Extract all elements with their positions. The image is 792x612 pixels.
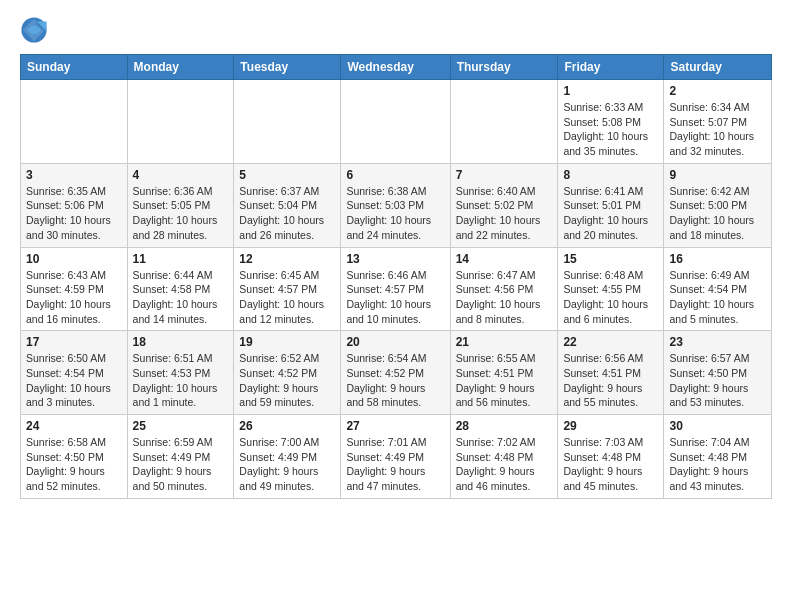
cell-info: Sunrise: 7:00 AM Sunset: 4:49 PM Dayligh… (239, 435, 335, 494)
cell-info: Sunrise: 6:49 AM Sunset: 4:54 PM Dayligh… (669, 268, 766, 327)
cell-day-number: 28 (456, 419, 553, 433)
cell-day-number: 12 (239, 252, 335, 266)
calendar-cell (234, 80, 341, 164)
cell-info: Sunrise: 6:37 AM Sunset: 5:04 PM Dayligh… (239, 184, 335, 243)
cell-info: Sunrise: 7:01 AM Sunset: 4:49 PM Dayligh… (346, 435, 444, 494)
calendar: SundayMondayTuesdayWednesdayThursdayFrid… (20, 54, 772, 499)
cell-day-number: 26 (239, 419, 335, 433)
cell-info: Sunrise: 7:03 AM Sunset: 4:48 PM Dayligh… (563, 435, 658, 494)
calendar-cell (21, 80, 128, 164)
cell-info: Sunrise: 6:54 AM Sunset: 4:52 PM Dayligh… (346, 351, 444, 410)
cell-day-number: 8 (563, 168, 658, 182)
calendar-cell: 17Sunrise: 6:50 AM Sunset: 4:54 PM Dayli… (21, 331, 128, 415)
logo (20, 16, 52, 44)
cell-day-number: 17 (26, 335, 122, 349)
calendar-cell: 7Sunrise: 6:40 AM Sunset: 5:02 PM Daylig… (450, 163, 558, 247)
calendar-cell: 15Sunrise: 6:48 AM Sunset: 4:55 PM Dayli… (558, 247, 664, 331)
cell-day-number: 6 (346, 168, 444, 182)
cell-day-number: 14 (456, 252, 553, 266)
cell-info: Sunrise: 6:44 AM Sunset: 4:58 PM Dayligh… (133, 268, 229, 327)
cell-day-number: 4 (133, 168, 229, 182)
day-header-saturday: Saturday (664, 55, 772, 80)
calendar-header-row: SundayMondayTuesdayWednesdayThursdayFrid… (21, 55, 772, 80)
cell-info: Sunrise: 6:48 AM Sunset: 4:55 PM Dayligh… (563, 268, 658, 327)
cell-info: Sunrise: 6:41 AM Sunset: 5:01 PM Dayligh… (563, 184, 658, 243)
calendar-week-row: 1Sunrise: 6:33 AM Sunset: 5:08 PM Daylig… (21, 80, 772, 164)
cell-info: Sunrise: 6:35 AM Sunset: 5:06 PM Dayligh… (26, 184, 122, 243)
day-header-tuesday: Tuesday (234, 55, 341, 80)
calendar-cell (341, 80, 450, 164)
calendar-cell: 26Sunrise: 7:00 AM Sunset: 4:49 PM Dayli… (234, 415, 341, 499)
calendar-week-row: 17Sunrise: 6:50 AM Sunset: 4:54 PM Dayli… (21, 331, 772, 415)
calendar-cell: 8Sunrise: 6:41 AM Sunset: 5:01 PM Daylig… (558, 163, 664, 247)
logo-icon (20, 16, 48, 44)
cell-day-number: 3 (26, 168, 122, 182)
cell-info: Sunrise: 6:34 AM Sunset: 5:07 PM Dayligh… (669, 100, 766, 159)
calendar-cell: 6Sunrise: 6:38 AM Sunset: 5:03 PM Daylig… (341, 163, 450, 247)
cell-info: Sunrise: 6:51 AM Sunset: 4:53 PM Dayligh… (133, 351, 229, 410)
cell-info: Sunrise: 6:47 AM Sunset: 4:56 PM Dayligh… (456, 268, 553, 327)
cell-info: Sunrise: 6:43 AM Sunset: 4:59 PM Dayligh… (26, 268, 122, 327)
calendar-cell (450, 80, 558, 164)
calendar-cell: 29Sunrise: 7:03 AM Sunset: 4:48 PM Dayli… (558, 415, 664, 499)
cell-day-number: 29 (563, 419, 658, 433)
day-header-thursday: Thursday (450, 55, 558, 80)
cell-day-number: 5 (239, 168, 335, 182)
calendar-cell: 13Sunrise: 6:46 AM Sunset: 4:57 PM Dayli… (341, 247, 450, 331)
cell-info: Sunrise: 6:38 AM Sunset: 5:03 PM Dayligh… (346, 184, 444, 243)
page: SundayMondayTuesdayWednesdayThursdayFrid… (0, 0, 792, 515)
day-header-monday: Monday (127, 55, 234, 80)
cell-info: Sunrise: 6:57 AM Sunset: 4:50 PM Dayligh… (669, 351, 766, 410)
cell-info: Sunrise: 6:33 AM Sunset: 5:08 PM Dayligh… (563, 100, 658, 159)
calendar-cell: 5Sunrise: 6:37 AM Sunset: 5:04 PM Daylig… (234, 163, 341, 247)
cell-day-number: 20 (346, 335, 444, 349)
cell-day-number: 30 (669, 419, 766, 433)
cell-info: Sunrise: 6:50 AM Sunset: 4:54 PM Dayligh… (26, 351, 122, 410)
calendar-cell: 11Sunrise: 6:44 AM Sunset: 4:58 PM Dayli… (127, 247, 234, 331)
cell-day-number: 19 (239, 335, 335, 349)
cell-info: Sunrise: 6:45 AM Sunset: 4:57 PM Dayligh… (239, 268, 335, 327)
calendar-cell: 4Sunrise: 6:36 AM Sunset: 5:05 PM Daylig… (127, 163, 234, 247)
cell-day-number: 23 (669, 335, 766, 349)
calendar-cell: 3Sunrise: 6:35 AM Sunset: 5:06 PM Daylig… (21, 163, 128, 247)
calendar-cell: 27Sunrise: 7:01 AM Sunset: 4:49 PM Dayli… (341, 415, 450, 499)
calendar-cell (127, 80, 234, 164)
cell-day-number: 16 (669, 252, 766, 266)
day-header-friday: Friday (558, 55, 664, 80)
cell-day-number: 10 (26, 252, 122, 266)
calendar-cell: 30Sunrise: 7:04 AM Sunset: 4:48 PM Dayli… (664, 415, 772, 499)
calendar-week-row: 24Sunrise: 6:58 AM Sunset: 4:50 PM Dayli… (21, 415, 772, 499)
cell-day-number: 1 (563, 84, 658, 98)
calendar-cell: 22Sunrise: 6:56 AM Sunset: 4:51 PM Dayli… (558, 331, 664, 415)
calendar-cell: 20Sunrise: 6:54 AM Sunset: 4:52 PM Dayli… (341, 331, 450, 415)
cell-info: Sunrise: 6:40 AM Sunset: 5:02 PM Dayligh… (456, 184, 553, 243)
calendar-week-row: 3Sunrise: 6:35 AM Sunset: 5:06 PM Daylig… (21, 163, 772, 247)
cell-day-number: 11 (133, 252, 229, 266)
cell-info: Sunrise: 6:46 AM Sunset: 4:57 PM Dayligh… (346, 268, 444, 327)
calendar-cell: 28Sunrise: 7:02 AM Sunset: 4:48 PM Dayli… (450, 415, 558, 499)
calendar-cell: 21Sunrise: 6:55 AM Sunset: 4:51 PM Dayli… (450, 331, 558, 415)
cell-info: Sunrise: 6:56 AM Sunset: 4:51 PM Dayligh… (563, 351, 658, 410)
cell-info: Sunrise: 6:42 AM Sunset: 5:00 PM Dayligh… (669, 184, 766, 243)
calendar-cell: 1Sunrise: 6:33 AM Sunset: 5:08 PM Daylig… (558, 80, 664, 164)
cell-day-number: 7 (456, 168, 553, 182)
cell-day-number: 27 (346, 419, 444, 433)
cell-info: Sunrise: 6:58 AM Sunset: 4:50 PM Dayligh… (26, 435, 122, 494)
cell-day-number: 25 (133, 419, 229, 433)
day-header-sunday: Sunday (21, 55, 128, 80)
cell-day-number: 15 (563, 252, 658, 266)
cell-info: Sunrise: 7:04 AM Sunset: 4:48 PM Dayligh… (669, 435, 766, 494)
calendar-cell: 24Sunrise: 6:58 AM Sunset: 4:50 PM Dayli… (21, 415, 128, 499)
cell-info: Sunrise: 6:59 AM Sunset: 4:49 PM Dayligh… (133, 435, 229, 494)
cell-day-number: 2 (669, 84, 766, 98)
cell-day-number: 13 (346, 252, 444, 266)
calendar-cell: 23Sunrise: 6:57 AM Sunset: 4:50 PM Dayli… (664, 331, 772, 415)
calendar-cell: 12Sunrise: 6:45 AM Sunset: 4:57 PM Dayli… (234, 247, 341, 331)
calendar-cell: 9Sunrise: 6:42 AM Sunset: 5:00 PM Daylig… (664, 163, 772, 247)
cell-info: Sunrise: 6:55 AM Sunset: 4:51 PM Dayligh… (456, 351, 553, 410)
cell-day-number: 22 (563, 335, 658, 349)
calendar-cell: 25Sunrise: 6:59 AM Sunset: 4:49 PM Dayli… (127, 415, 234, 499)
cell-day-number: 18 (133, 335, 229, 349)
calendar-cell: 16Sunrise: 6:49 AM Sunset: 4:54 PM Dayli… (664, 247, 772, 331)
cell-day-number: 24 (26, 419, 122, 433)
